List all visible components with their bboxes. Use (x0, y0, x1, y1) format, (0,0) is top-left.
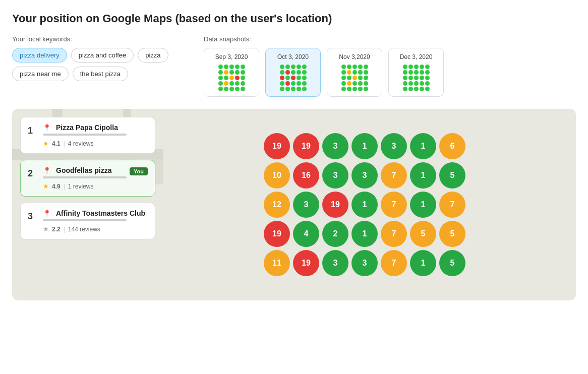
snapshots-section: Data snapshots: Sep 3, 2020Oct 3, 2020No… (204, 35, 576, 97)
snapshot-card-s2[interactable]: Oct 3, 2020 (265, 48, 321, 97)
listing-rank: 3 (28, 211, 38, 222)
snapshots-label: Data snapshots: (204, 35, 576, 43)
keywords-section: Your local keywords: pizza deliverypizza… (12, 35, 184, 97)
grid-circle: 7 (381, 221, 407, 247)
grid-circle: 1 (410, 133, 436, 159)
grid-circle: 1 (351, 192, 378, 218)
snapshot-date: Oct 3, 2020 (271, 53, 315, 60)
grid-circle: 5 (439, 221, 465, 247)
snapshot-date: Nov 3,2020 (332, 53, 377, 60)
snapshot-dot-grid (332, 65, 377, 91)
you-badge: You (130, 167, 148, 175)
grid-circle: 3 (381, 133, 407, 159)
grid-circle: 11 (264, 250, 290, 276)
grid-circle: 19 (322, 192, 348, 218)
listing-bar (43, 134, 127, 136)
grid-circle: 5 (439, 250, 465, 276)
grid-circle: 10 (264, 162, 290, 189)
keyword-chip-k5[interactable]: the best pizza (73, 67, 128, 81)
grid-circle: 1 (351, 221, 378, 247)
snapshot-dot-grid (271, 65, 315, 91)
grid-circle: 1 (351, 133, 378, 159)
listing-rank: 2 (28, 168, 38, 179)
grid-circle: 5 (410, 221, 436, 247)
keyword-chip-k4[interactable]: pizza near me (12, 67, 69, 81)
grid-circle: 16 (293, 162, 319, 189)
listing-rank: 1 (28, 126, 38, 136)
snapshot-card-s4[interactable]: Dec 3, 2020 (388, 48, 444, 97)
grid-circle: 19 (264, 133, 290, 159)
listing-card: 3📍Affinity Toastmasters Club★ 2.2 | 144 … (20, 203, 155, 239)
listing-card: 2📍Goodfellas pizzaYou★ 4.9 | 1 reviews (20, 160, 155, 197)
snapshot-date: Sep 3, 2020 (209, 53, 254, 60)
snapshots-grid: Sep 3, 2020Oct 3, 2020Nov 3,2020Dec 3, 2… (204, 48, 576, 97)
grid-circle: 7 (439, 192, 465, 218)
listing-name: 📍Affinity Toastmasters Club (43, 209, 145, 217)
grid-circle: 19 (293, 133, 319, 159)
main-section: 1📍Pizza Papa Cipolla★ 4.1 | 4 reviews2📍G… (12, 109, 576, 300)
listing-meta: ★ 4.9 | 1 reviews (43, 182, 148, 190)
listings-panel: 1📍Pizza Papa Cipolla★ 4.1 | 4 reviews2📍G… (12, 109, 163, 300)
grid-circle: 1 (410, 250, 436, 276)
grid-circle: 3 (351, 162, 378, 189)
page-title: Your position on Google Maps (based on t… (12, 12, 576, 25)
snapshot-card-s1[interactable]: Sep 3, 2020 (204, 48, 259, 97)
listing-card: 1📍Pizza Papa Cipolla★ 4.1 | 4 reviews (20, 117, 155, 154)
grid-circle: 5 (439, 162, 465, 189)
keyword-chip-k1[interactable]: pizza delivery (12, 48, 67, 63)
snapshot-dot-grid (394, 65, 438, 91)
keyword-chip-k3[interactable]: pizza (138, 48, 168, 63)
grid-circle: 7 (381, 192, 407, 218)
listing-bar (43, 219, 127, 221)
grid-circle: 4 (293, 221, 319, 247)
grid-circle: 1 (410, 192, 436, 218)
snapshot-date: Dec 3, 2020 (394, 53, 438, 60)
grid-circle: 3 (322, 250, 348, 276)
snapshot-dot-grid (209, 65, 254, 91)
grid-circle: 3 (293, 192, 319, 218)
grid-circle: 7 (381, 162, 407, 189)
grid-circle: 1 (410, 162, 436, 189)
grid-circle: 2 (322, 221, 348, 247)
grid-circle: 3 (322, 133, 348, 159)
grid-circle: 7 (381, 250, 407, 276)
listing-bar (43, 176, 127, 178)
listing-meta: ★ 2.2 | 144 reviews (43, 225, 148, 233)
keywords-label: Your local keywords: (12, 35, 184, 43)
grid-circle: 19 (293, 250, 319, 276)
grid-circle: 19 (264, 221, 290, 247)
circles-panel: 1919313161016337151231917171942175511193… (163, 109, 576, 300)
listing-name: 📍Pizza Papa Cipolla (43, 123, 118, 132)
keywords-grid: pizza deliverypizza and coffeepizzapizza… (12, 48, 184, 81)
grid-circle: 12 (264, 192, 290, 218)
grid-circle: 3 (351, 250, 378, 276)
grid-circle: 3 (322, 162, 348, 189)
snapshot-card-s3[interactable]: Nov 3,2020 (327, 48, 382, 97)
listing-meta: ★ 4.1 | 4 reviews (43, 140, 148, 147)
grid-circle: 6 (439, 133, 465, 159)
listing-name: 📍Goodfellas pizza (43, 166, 111, 174)
circles-grid: 1919313161016337151231917171942175511193… (264, 133, 465, 276)
keyword-chip-k2[interactable]: pizza and coffee (71, 48, 134, 63)
